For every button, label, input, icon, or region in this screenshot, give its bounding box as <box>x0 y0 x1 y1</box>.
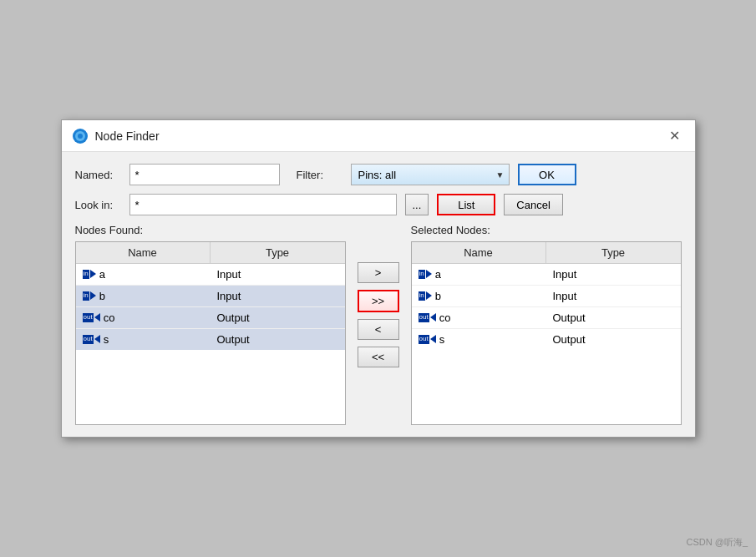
pin-symbol-sel-out-co: out <box>419 313 436 322</box>
pin-symbol-out-co: out <box>83 313 100 322</box>
ellipsis-button[interactable]: ... <box>405 194 429 215</box>
selected-nodes-header: Name Type <box>412 242 681 264</box>
pin-symbol-sel-in-b: in <box>419 291 432 300</box>
lookin-input[interactable] <box>129 194 397 215</box>
watermark: CSDN @听海_ <box>686 536 748 549</box>
selected-node-type-co: Output <box>546 307 681 328</box>
node-found-type-s: Output <box>211 329 345 350</box>
selected-nodes-col-type: Type <box>546 242 681 263</box>
named-input[interactable] <box>129 164 280 185</box>
nodes-found-col-name: Name <box>76 242 211 263</box>
node-found-name-a: in a <box>76 264 211 285</box>
selected-nodes-label: Selected Nodes: <box>411 224 682 236</box>
selected-nodes-table: Name Type in a Input <box>411 241 682 425</box>
pin-arrow-sel-b <box>426 291 432 300</box>
ok-button[interactable]: OK <box>518 164 576 185</box>
selected-nodes-col-name: Name <box>412 242 546 263</box>
dialog-content: Named: Filter: Pins: all Pins: input Pin… <box>62 152 695 437</box>
cancel-button[interactable]: Cancel <box>504 194 562 215</box>
lookin-row: Look in: ... List Cancel <box>75 194 682 215</box>
svg-point-2 <box>78 134 83 139</box>
selected-node-name-b: in b <box>412 286 546 306</box>
nodes-found-table: Name Type in a Input <box>75 241 346 425</box>
remove-one-button[interactable]: < <box>358 319 399 340</box>
named-label: Named: <box>75 169 121 181</box>
node-found-type-a: Input <box>211 264 345 285</box>
pin-arrow-co <box>94 313 100 322</box>
move-all-button[interactable]: >> <box>358 290 399 312</box>
node-finder-dialog: Node Finder ✕ Named: Filter: Pins: all P… <box>61 119 696 438</box>
filter-select[interactable]: Pins: all Pins: input Pins: output <box>351 164 510 185</box>
nodes-found-col-type: Type <box>211 242 345 263</box>
selected-node-type-b: Input <box>546 286 681 306</box>
node-found-name-b: in b <box>76 286 211 306</box>
node-found-type-b: Input <box>211 286 345 306</box>
titlebar: Node Finder ✕ <box>62 120 695 152</box>
pin-arrow-a <box>90 270 96 278</box>
selected-node-name-s: out s <box>412 329 546 350</box>
pin-symbol-sel-in-a: in <box>419 270 432 278</box>
list-button[interactable]: List <box>437 194 495 215</box>
filter-label: Filter: <box>297 169 342 181</box>
table-row[interactable]: out s Output <box>76 329 345 350</box>
table-row[interactable]: in b Input <box>412 286 681 307</box>
pin-symbol-in-b: in <box>83 291 96 300</box>
selected-node-type-s: Output <box>546 329 681 350</box>
nodes-found-header: Name Type <box>76 242 345 264</box>
selected-node-type-a: Input <box>546 264 681 285</box>
selected-node-name-a: in a <box>412 264 546 285</box>
selected-node-name-co: out co <box>412 307 546 328</box>
pin-arrow-sel-a <box>426 270 432 278</box>
nodes-found-panel: Nodes Found: Name Type in a <box>75 224 346 425</box>
table-row[interactable]: in b Input <box>76 286 345 307</box>
pin-arrow-sel-s <box>430 335 436 343</box>
nodes-found-label: Nodes Found: <box>75 224 346 236</box>
table-row[interactable]: out co Output <box>76 307 345 329</box>
pin-symbol-in-a: in <box>83 270 96 278</box>
move-one-button[interactable]: > <box>358 262 399 283</box>
named-filter-row: Named: Filter: Pins: all Pins: input Pin… <box>75 164 682 185</box>
pin-arrow-s <box>94 335 100 343</box>
dialog-title: Node Finder <box>95 129 160 143</box>
node-found-name-co: out co <box>76 307 211 328</box>
panels-row: Nodes Found: Name Type in a <box>75 224 682 425</box>
transfer-buttons: > >> < << <box>346 262 411 367</box>
lookin-label: Look in: <box>75 199 121 211</box>
table-row[interactable]: out s Output <box>412 329 681 350</box>
table-row[interactable]: out co Output <box>412 307 681 329</box>
close-button[interactable]: ✕ <box>664 126 685 145</box>
remove-all-button[interactable]: << <box>358 347 399 367</box>
node-found-type-co: Output <box>211 307 345 328</box>
pin-symbol-out-s: out <box>83 335 100 343</box>
pin-arrow-b <box>90 291 96 300</box>
node-found-name-s: out s <box>76 329 211 350</box>
app-icon <box>72 128 89 144</box>
table-row[interactable]: in a Input <box>76 264 345 286</box>
pin-symbol-sel-out-s: out <box>419 335 436 343</box>
pin-arrow-sel-co <box>430 313 436 322</box>
selected-nodes-panel: Selected Nodes: Name Type in a <box>411 224 682 425</box>
filter-select-wrapper[interactable]: Pins: all Pins: input Pins: output <box>351 164 510 185</box>
titlebar-left: Node Finder <box>72 128 160 144</box>
table-row[interactable]: in a Input <box>412 264 681 286</box>
